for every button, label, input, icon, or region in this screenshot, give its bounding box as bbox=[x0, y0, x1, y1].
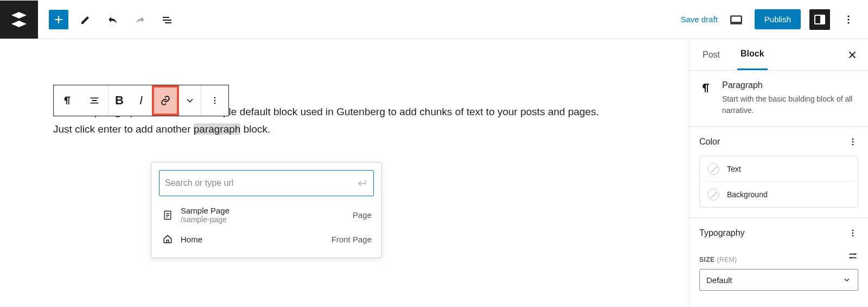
block-name: Paragraph bbox=[722, 80, 858, 90]
link-suggestion[interactable]: Home Front Page bbox=[151, 228, 381, 250]
block-info-panel: Paragraph Start with the basic building … bbox=[690, 71, 868, 127]
paragraph-text: block. bbox=[240, 123, 270, 135]
svg-point-11 bbox=[852, 141, 854, 143]
typography-panel-options[interactable] bbox=[847, 228, 858, 239]
list-icon bbox=[161, 13, 174, 26]
close-icon bbox=[846, 49, 858, 61]
svg-rect-2 bbox=[820, 15, 825, 24]
typography-panel-label: Typography bbox=[699, 228, 745, 238]
enter-icon bbox=[356, 177, 368, 189]
logo-icon bbox=[8, 9, 30, 30]
suggestion-path: /sample-page bbox=[181, 215, 353, 224]
redo-button[interactable] bbox=[130, 10, 150, 29]
bold-button[interactable]: B bbox=[108, 85, 130, 116]
svg-rect-0 bbox=[731, 16, 742, 22]
close-sidebar-button[interactable] bbox=[846, 49, 858, 61]
svg-point-15 bbox=[852, 235, 854, 237]
svg-point-5 bbox=[847, 22, 849, 23]
background-color-button[interactable]: Background bbox=[700, 181, 858, 207]
align-button[interactable] bbox=[81, 85, 108, 116]
toolbar-left bbox=[38, 10, 177, 29]
plus-icon bbox=[52, 13, 65, 26]
settings-sidebar: Post Block Paragraph Start with the basi… bbox=[689, 39, 868, 307]
color-panel: Color Text Background bbox=[690, 127, 868, 218]
more-vertical-icon bbox=[842, 13, 855, 26]
tools-button[interactable] bbox=[76, 10, 95, 29]
color-swatch-none-icon bbox=[707, 163, 719, 175]
options-button[interactable] bbox=[839, 10, 858, 29]
svg-point-16 bbox=[854, 253, 856, 255]
block-toolbar: B I bbox=[53, 85, 229, 116]
svg-point-17 bbox=[850, 257, 852, 259]
svg-point-3 bbox=[847, 15, 849, 17]
italic-button[interactable]: I bbox=[130, 85, 152, 116]
selected-text: paragraph bbox=[194, 123, 241, 135]
svg-point-13 bbox=[852, 230, 854, 231]
svg-point-7 bbox=[214, 100, 216, 102]
color-panel-options[interactable] bbox=[847, 136, 858, 147]
chevron-down-icon bbox=[843, 275, 851, 284]
suggestion-type: Page bbox=[353, 210, 372, 220]
chevron-down-icon bbox=[184, 95, 195, 106]
pencil-icon bbox=[79, 13, 92, 26]
sidebar-tabs: Post Block bbox=[690, 39, 868, 71]
font-size-select[interactable]: Default bbox=[699, 269, 858, 291]
svg-point-8 bbox=[214, 103, 216, 104]
paragraph-icon bbox=[61, 95, 73, 106]
document-overview-button[interactable] bbox=[157, 10, 177, 29]
svg-point-10 bbox=[852, 139, 854, 140]
background-color-label: Background bbox=[727, 190, 768, 199]
home-icon bbox=[161, 233, 174, 246]
main-area: B I This is a paragraph block. It's the … bbox=[0, 39, 868, 307]
panel-icon bbox=[813, 13, 826, 26]
link-submit-button[interactable] bbox=[356, 177, 368, 189]
suggestion-title: Sample Page bbox=[181, 206, 353, 215]
link-url-input[interactable] bbox=[165, 178, 356, 188]
link-url-input-wrap bbox=[159, 170, 374, 196]
more-vertical-icon bbox=[847, 136, 858, 147]
more-vertical-icon bbox=[209, 95, 220, 106]
typography-panel: Typography SIZE (REM) Default bbox=[690, 218, 868, 300]
block-options-button[interactable] bbox=[201, 85, 228, 116]
color-swatch-none-icon bbox=[707, 189, 719, 201]
block-type-button[interactable] bbox=[54, 85, 81, 116]
font-size-value: Default bbox=[706, 275, 732, 285]
suggestion-title: Home bbox=[181, 235, 331, 244]
editor-area: B I This is a paragraph block. It's the … bbox=[0, 39, 689, 307]
undo-button[interactable] bbox=[103, 10, 123, 29]
save-draft-button[interactable]: Save draft bbox=[680, 15, 717, 24]
suggestion-type: Front Page bbox=[331, 235, 372, 244]
text-color-label: Text bbox=[727, 165, 741, 173]
sliders-icon bbox=[847, 250, 858, 261]
settings-toggle-button[interactable] bbox=[809, 9, 830, 30]
svg-point-6 bbox=[214, 97, 216, 99]
undo-icon bbox=[106, 13, 119, 26]
top-toolbar: Save draft Publish bbox=[0, 0, 868, 39]
more-formatting-button[interactable] bbox=[179, 85, 201, 116]
link-button[interactable] bbox=[152, 85, 179, 116]
font-size-label: SIZE (REM) bbox=[699, 256, 737, 264]
svg-point-12 bbox=[852, 144, 854, 146]
site-logo[interactable] bbox=[0, 1, 38, 39]
link-popover: Sample Page /sample-page Page Home Front… bbox=[151, 162, 382, 258]
page-icon bbox=[161, 209, 174, 222]
text-color-button[interactable]: Text bbox=[700, 156, 858, 181]
add-block-button[interactable] bbox=[49, 10, 68, 29]
svg-point-4 bbox=[847, 18, 849, 20]
toolbar-right: Save draft Publish bbox=[680, 9, 868, 30]
more-vertical-icon bbox=[847, 228, 858, 239]
link-icon bbox=[159, 94, 172, 107]
preview-button[interactable] bbox=[726, 10, 746, 29]
paragraph-icon bbox=[699, 80, 712, 95]
publish-button[interactable]: Publish bbox=[755, 9, 801, 29]
tab-block[interactable]: Block bbox=[737, 39, 768, 70]
block-description: Start with the basic building block of a… bbox=[722, 93, 858, 116]
editor-canvas: B I This is a paragraph block. It's the … bbox=[53, 103, 617, 139]
redo-icon bbox=[133, 13, 146, 26]
tab-post[interactable]: Post bbox=[699, 39, 723, 70]
svg-point-14 bbox=[852, 233, 854, 234]
align-icon bbox=[88, 95, 100, 106]
link-suggestion[interactable]: Sample Page /sample-page Page bbox=[151, 202, 381, 228]
size-unit-toggle[interactable] bbox=[847, 250, 858, 261]
desktop-icon bbox=[729, 12, 743, 27]
